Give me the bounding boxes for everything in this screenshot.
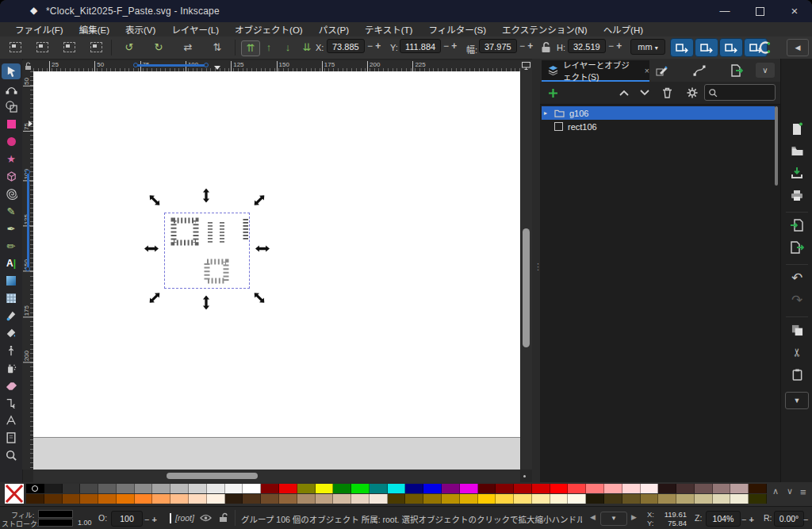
palette-swatch[interactable]	[405, 484, 423, 493]
vertical-scrollbar-thumb[interactable]	[523, 228, 530, 347]
opacity-field[interactable]: 100	[111, 511, 143, 527]
palette-swatch[interactable]	[641, 484, 659, 493]
minimize-button[interactable]: —	[707, 0, 742, 22]
commands-overflow-button[interactable]: ▼	[785, 392, 809, 409]
palette-swatch[interactable]	[170, 494, 189, 504]
horizontal-ruler[interactable]: 255075100125150175200225	[33, 60, 520, 71]
palette-swatch[interactable]	[586, 484, 604, 493]
palette-swatch[interactable]	[550, 494, 569, 504]
palette-swatch[interactable]	[658, 484, 676, 493]
palette-swatch[interactable]	[442, 494, 460, 504]
palette-swatch[interactable]	[496, 494, 514, 504]
rotation-field[interactable]: 0.00°	[774, 511, 804, 527]
tab-fill-stroke[interactable]	[655, 63, 669, 78]
select-all-layers-icon[interactable]	[33, 40, 51, 55]
rectangle-tool[interactable]	[2, 116, 21, 132]
palette-swatch[interactable]	[568, 494, 586, 504]
palette-swatch[interactable]	[423, 494, 442, 504]
current-layer-indicator[interactable]: [root]	[175, 513, 194, 523]
lower-to-bottom-icon[interactable]: ⇊	[298, 40, 316, 55]
palette-swatch[interactable]	[641, 494, 659, 504]
layer-settings-gear-icon[interactable]	[684, 86, 700, 100]
cut-button[interactable]: ✂	[789, 344, 805, 360]
palette-swatch[interactable]	[316, 494, 334, 504]
scale-handle-4[interactable]	[255, 245, 270, 252]
add-layer-button[interactable]	[545, 86, 561, 100]
canvas-vertical-scrollbar[interactable]	[521, 71, 532, 470]
menu-item-0[interactable]: ファイル(F)	[8, 22, 71, 36]
palette-swatch[interactable]	[604, 484, 622, 493]
move-up-button[interactable]	[616, 86, 632, 100]
layer-dropdown[interactable]: ▼	[600, 512, 627, 526]
palette-swatch[interactable]	[622, 494, 641, 504]
tab-close-icon[interactable]: ×	[645, 66, 649, 75]
box3d-tool[interactable]	[2, 168, 21, 184]
palette-swatch[interactable]	[316, 484, 334, 493]
palette-swatch[interactable]	[478, 484, 496, 493]
menu-item-2[interactable]: 表示(V)	[118, 22, 163, 36]
layers-scrollbar-thumb[interactable]	[775, 106, 778, 186]
palette-swatch[interactable]	[279, 484, 297, 493]
palette-swatch[interactable]	[460, 494, 478, 504]
palette-swatch[interactable]	[98, 494, 117, 504]
palette-swatch[interactable]	[676, 484, 695, 493]
palette-swatch[interactable]	[730, 484, 749, 493]
lower-icon[interactable]: ↓	[279, 40, 297, 55]
ellipse-tool[interactable]	[2, 133, 21, 149]
palette-swatch[interactable]	[550, 484, 569, 493]
layer-row-rect106[interactable]: rect106	[542, 120, 775, 133]
shape-builder-tool[interactable]	[2, 98, 21, 114]
palette-swatch[interactable]	[478, 494, 496, 504]
palette-swatch[interactable]	[676, 494, 695, 504]
flip-horizontal-icon[interactable]: ⇄	[179, 40, 197, 55]
scale-handle-7[interactable]	[251, 290, 266, 305]
palette-swatch[interactable]	[261, 494, 279, 504]
rotate-ccw-icon[interactable]: ↺	[121, 40, 138, 55]
import-button[interactable]	[789, 217, 805, 233]
next-layer-icon[interactable]: ▶	[631, 513, 637, 521]
palette-swatch[interactable]	[586, 494, 604, 504]
x-field[interactable]: 73.885	[327, 39, 365, 53]
palette-swatch[interactable]	[333, 484, 351, 493]
node-tool[interactable]	[2, 81, 21, 97]
pages-tool[interactable]	[2, 430, 21, 446]
palette-swatch[interactable]	[225, 494, 243, 504]
palette-swatch[interactable]	[261, 484, 279, 493]
tab-path-effects[interactable]	[692, 63, 707, 78]
y-field[interactable]: 111.884	[400, 39, 441, 53]
document-save-button[interactable]	[789, 165, 805, 181]
palette-swatch[interactable]	[80, 484, 98, 493]
canvas-horizontal-scrollbar[interactable]	[33, 470, 520, 482]
zoom-field[interactable]: 104%	[706, 511, 741, 527]
connector-tool[interactable]	[2, 395, 21, 411]
palette-swatch[interactable]	[243, 494, 261, 504]
export-button[interactable]	[789, 240, 805, 255]
scale-corners-toggle[interactable]	[695, 38, 718, 57]
menu-item-9[interactable]: ヘルプ(H)	[596, 22, 650, 36]
palette-swatch[interactable]	[532, 494, 550, 504]
close-button[interactable]: ×	[777, 0, 812, 22]
selector-tool[interactable]	[2, 63, 21, 79]
move-down-button[interactable]	[637, 86, 653, 100]
scale-handle-0[interactable]	[147, 193, 162, 208]
deselect-icon[interactable]	[60, 40, 78, 55]
paste-button[interactable]	[789, 366, 805, 382]
palette-swatch[interactable]	[170, 484, 189, 493]
height-field[interactable]: 32.519	[568, 39, 606, 53]
palette-swatch[interactable]	[63, 494, 81, 504]
tweak-tool[interactable]	[2, 343, 21, 358]
palette-swatch[interactable]	[297, 494, 316, 504]
palette-swatch[interactable]	[152, 494, 170, 504]
maximize-button[interactable]	[742, 0, 777, 22]
palette-swatch[interactable]	[370, 494, 388, 504]
menu-item-6[interactable]: テキスト(T)	[358, 22, 419, 36]
palette-swatch[interactable]	[388, 494, 406, 504]
palette-scroll-down-icon[interactable]: ∨	[787, 486, 793, 496]
no-color-swatch[interactable]	[5, 484, 24, 504]
menu-item-8[interactable]: エクステンション(N)	[495, 22, 595, 36]
palette-swatch[interactable]	[152, 484, 170, 493]
palette-swatch[interactable]	[604, 494, 622, 504]
scale-handle-5[interactable]	[147, 290, 162, 305]
layer-visibility-eye-icon[interactable]	[200, 514, 212, 522]
snap-bar-collapse-button[interactable]: ◀	[787, 39, 809, 56]
